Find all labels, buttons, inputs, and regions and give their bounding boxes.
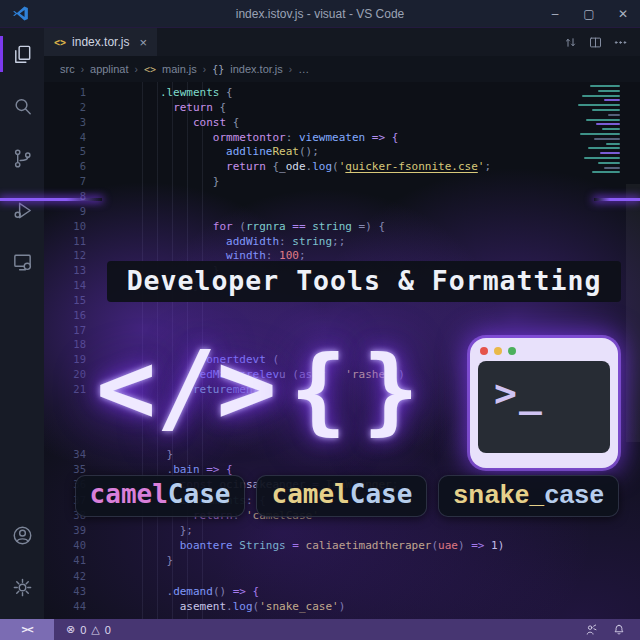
minimap-line (600, 152, 620, 154)
bell-icon (612, 623, 626, 637)
minimap-line (604, 167, 620, 169)
vscode-window: index.istov.js - visuat - VS Code –▢✕ <>… (0, 0, 640, 640)
code-line: for (rrgnra == string =) { (140, 220, 385, 233)
activity-item-account[interactable] (0, 509, 44, 561)
line-number: 39 (58, 524, 86, 536)
line-number: 13 (58, 264, 86, 276)
errors-icon: ⊗ (66, 623, 75, 636)
minimap-line (584, 157, 620, 159)
minimap-line (594, 138, 620, 140)
remote-indicator[interactable]: >< (0, 619, 54, 640)
breadcrumb-separator: › (203, 64, 206, 75)
line-number: 15 (58, 294, 86, 306)
code-line: } (140, 448, 173, 461)
more-icon (613, 35, 628, 50)
minimap-line (598, 90, 620, 92)
code-line: asement.log('snake_case') (140, 600, 345, 613)
code-editor[interactable]: 1 .lewments {2 return {3 const {4 ormmet… (44, 82, 640, 619)
account-icon (11, 524, 34, 547)
accent-glow-line-left (0, 198, 102, 201)
line-number: 20 (58, 368, 86, 380)
breadcrumb-item[interactable]: {} index.tor.js (212, 63, 283, 75)
line-number: 7 (58, 175, 86, 187)
minimap[interactable] (564, 85, 620, 180)
line-number: 11 (58, 235, 86, 247)
problems-indicator[interactable]: ⊗ 0 △ 0 (66, 623, 111, 636)
more-actions-button[interactable] (613, 35, 628, 50)
breadcrumb: src›applinat›<> main.js›{} index.tor.js›… (44, 56, 640, 82)
warnings-icon: △ (91, 623, 99, 636)
minimap-slider[interactable] (626, 184, 640, 442)
tab-bar: <> index.tor.js × (44, 28, 640, 56)
errors-count: 0 (80, 624, 86, 636)
code-line: return { (140, 101, 226, 114)
minimap-line (592, 109, 620, 111)
minimize-dot-icon (494, 347, 502, 355)
naming-badge: camelCase (256, 475, 427, 517)
code-line: .demand() => { (140, 585, 259, 598)
tab-index-tor-js[interactable]: <> index.tor.js × (44, 28, 157, 56)
line-number: 2 (58, 101, 86, 113)
minimap-line (608, 114, 620, 116)
line-number: 35 (58, 463, 86, 475)
line-number: 14 (58, 279, 86, 291)
curly-braces-icon: {} (290, 332, 435, 450)
minimap-line (582, 95, 620, 97)
search-icon (11, 95, 34, 118)
breadcrumb-file-icon: {} (212, 64, 230, 75)
minimap-line (602, 128, 620, 130)
notifications-button[interactable] (612, 623, 626, 637)
tab-label: index.tor.js (72, 35, 129, 49)
activity-item-source-control[interactable] (0, 132, 44, 184)
open-changes-button[interactable] (563, 35, 578, 50)
minimap-line (578, 104, 620, 106)
line-number: 4 (58, 131, 86, 143)
breadcrumb-item[interactable]: src (60, 63, 75, 75)
gear-icon (11, 576, 34, 599)
minimap-line (586, 119, 620, 121)
line-number: 41 (58, 554, 86, 566)
code-line: } (140, 175, 219, 188)
line-number: 5 (58, 145, 86, 157)
line-number: 18 (58, 338, 86, 350)
code-line: ormmetontor: viewmeaten => { (140, 131, 398, 144)
line-number: 19 (58, 353, 86, 365)
minimap-line (596, 123, 620, 125)
breadcrumb-item[interactable]: <> main.js (144, 63, 197, 75)
minimap-line (590, 85, 620, 87)
activity-item-run-debug[interactable] (0, 184, 44, 236)
line-number: 17 (58, 324, 86, 336)
code-line: } (140, 554, 173, 567)
status-bar: >< ⊗ 0 △ 0 (0, 619, 640, 640)
activity-item-explorer[interactable] (0, 28, 44, 80)
warnings-count: 0 (105, 624, 111, 636)
breadcrumb-item[interactable]: … (298, 63, 309, 75)
files-icon (11, 43, 34, 66)
activity-item-remote-explorer[interactable] (0, 236, 44, 288)
breadcrumb-separator: › (289, 64, 292, 75)
line-number: 44 (58, 600, 86, 612)
tab-close-icon[interactable]: × (139, 35, 147, 50)
naming-convention-badges: camelCasecamelCasesnake_case (90, 475, 604, 517)
javascript-file-icon: <> (54, 37, 66, 48)
minimap-line (604, 99, 620, 101)
code-slash-icon: </> (96, 328, 277, 448)
split-editor-button[interactable] (588, 35, 603, 50)
breadcrumb-item[interactable]: applinat (90, 63, 129, 75)
overlay-title: Developer Tools & Formatting (88, 261, 640, 302)
code-line: const { (140, 116, 239, 129)
close-dot-icon (480, 347, 488, 355)
activity-item-search[interactable] (0, 80, 44, 132)
compare-icon (563, 35, 578, 50)
line-number: 3 (58, 116, 86, 128)
minimap-line (598, 162, 620, 164)
person-icon (584, 623, 598, 637)
window-title: index.istov.js - visuat - VS Code (0, 7, 640, 21)
debug-icon (11, 199, 34, 222)
activity-item-settings[interactable] (0, 561, 44, 613)
terminal-window-icon: >_ (470, 338, 618, 468)
remote-icon (11, 251, 34, 274)
feedback-button[interactable] (584, 623, 598, 637)
breadcrumb-file-icon: <> (144, 64, 162, 75)
terminal-body: >_ (478, 361, 610, 453)
